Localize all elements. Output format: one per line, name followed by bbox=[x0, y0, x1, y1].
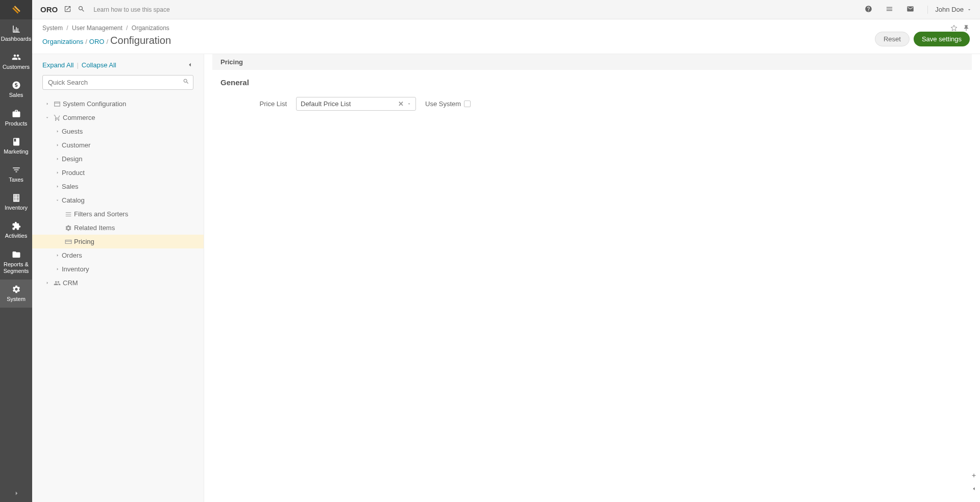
use-system-checkbox[interactable] bbox=[464, 101, 471, 107]
users-icon bbox=[54, 280, 61, 287]
tree-node-filters[interactable]: Filters and Sorters bbox=[42, 207, 193, 221]
nav-customers[interactable]: Customers bbox=[0, 47, 32, 76]
page-header: System / User Management / Organizations… bbox=[32, 19, 980, 54]
collapse-all-link[interactable]: Collapse All bbox=[82, 61, 116, 69]
crumb-system[interactable]: System bbox=[42, 24, 63, 32]
dropdown-toggle[interactable] bbox=[407, 100, 411, 108]
topbar: ORO Learn how to use this space bbox=[32, 0, 980, 19]
logo[interactable] bbox=[0, 0, 32, 19]
menu-button[interactable] bbox=[886, 5, 893, 14]
user-menu[interactable]: John Doe bbox=[935, 6, 972, 13]
external-link-icon bbox=[64, 5, 71, 13]
nav-reports[interactable]: Reports & Segments bbox=[0, 245, 32, 280]
filter-icon bbox=[12, 165, 21, 174]
help-button[interactable] bbox=[865, 5, 872, 14]
credit-card-icon bbox=[65, 238, 72, 245]
tree-node-guests[interactable]: Guests bbox=[42, 124, 193, 138]
tree-label: Commerce bbox=[63, 114, 193, 121]
tree-node-pricing[interactable]: Pricing bbox=[42, 235, 193, 248]
chevron-right-icon bbox=[55, 184, 60, 189]
nav-label: System bbox=[7, 296, 26, 303]
users-icon bbox=[12, 53, 21, 62]
tree-label: CRM bbox=[63, 279, 193, 287]
pin-icon bbox=[963, 24, 970, 32]
crumb-sep: / bbox=[85, 38, 87, 45]
tree-node-catalog[interactable]: Catalog bbox=[42, 193, 193, 207]
svg-rect-1 bbox=[12, 7, 18, 13]
crumb-sep: / bbox=[106, 38, 108, 45]
nav-marketing[interactable]: Marketing bbox=[0, 132, 32, 160]
page-title: Configuration bbox=[110, 35, 171, 46]
nav-system[interactable]: System bbox=[0, 280, 32, 308]
nav-dashboards[interactable]: Dashboards bbox=[0, 19, 32, 47]
tree-node-inventory[interactable]: Inventory bbox=[42, 262, 193, 276]
envelope-icon bbox=[906, 5, 914, 13]
nav-activities[interactable]: Activities bbox=[0, 216, 32, 244]
tree-label: Guests bbox=[62, 128, 193, 135]
nav-label: Activities bbox=[5, 233, 27, 239]
book-icon bbox=[12, 137, 21, 146]
clear-icon[interactable]: ✕ bbox=[398, 100, 404, 108]
nav-label: Sales bbox=[9, 92, 23, 98]
nav-products[interactable]: Products bbox=[0, 104, 32, 132]
dollar-icon bbox=[12, 81, 21, 90]
caret-down-icon bbox=[407, 102, 411, 106]
mail-button[interactable] bbox=[906, 5, 914, 14]
chevron-right-icon bbox=[45, 102, 50, 106]
tree-node-orders[interactable]: Orders bbox=[42, 248, 193, 262]
crumb-orgs[interactable]: Organizations bbox=[132, 24, 169, 32]
brand-name[interactable]: ORO bbox=[40, 5, 58, 14]
tree-node-system-configuration[interactable]: System Configuration bbox=[42, 97, 193, 111]
plus-icon[interactable] bbox=[971, 472, 977, 479]
reset-button[interactable]: Reset bbox=[875, 32, 910, 46]
chevron-right-icon bbox=[55, 267, 60, 271]
price-list-select[interactable]: Default Price List ✕ bbox=[296, 97, 416, 111]
building-icon bbox=[12, 193, 21, 203]
main-nav: Dashboards Customers Sales Products Mark… bbox=[0, 0, 32, 502]
chevron-right-icon bbox=[55, 170, 60, 175]
crumb-usermgmt[interactable]: User Management bbox=[72, 24, 122, 32]
price-list-value: Default Price List bbox=[301, 100, 398, 108]
tree-label: Sales bbox=[62, 183, 193, 190]
nav-inventory[interactable]: Inventory bbox=[0, 188, 32, 216]
tree-node-design[interactable]: Design bbox=[42, 152, 193, 166]
arrow-left-icon[interactable] bbox=[971, 486, 977, 492]
tree-label: Catalog bbox=[62, 196, 193, 204]
question-circle-icon bbox=[865, 5, 872, 13]
chevron-right-icon bbox=[55, 157, 60, 161]
gear-icon bbox=[12, 285, 21, 294]
crumb-sep: / bbox=[126, 24, 128, 32]
chevron-right-icon bbox=[55, 253, 60, 258]
folder-open-icon bbox=[12, 250, 21, 259]
nav-label: Marketing bbox=[4, 148, 28, 155]
help-link[interactable]: Learn how to use this space bbox=[93, 6, 169, 13]
tree-node-crm[interactable]: CRM bbox=[42, 276, 193, 290]
tree-label: Related Items bbox=[74, 224, 193, 232]
section-title: General bbox=[212, 70, 980, 97]
tree-node-commerce[interactable]: Commerce bbox=[42, 111, 193, 124]
tree-node-sales[interactable]: Sales bbox=[42, 180, 193, 193]
chevron-down-icon bbox=[55, 198, 60, 203]
tree-search-icon[interactable] bbox=[183, 78, 189, 86]
collapse-panel-button[interactable] bbox=[186, 61, 193, 70]
shortcuts-button[interactable] bbox=[64, 5, 71, 14]
use-system-label: Use System bbox=[425, 100, 461, 108]
search-button[interactable] bbox=[78, 5, 85, 14]
save-settings-button[interactable]: Save settings bbox=[914, 32, 970, 46]
nav-taxes[interactable]: Taxes bbox=[0, 160, 32, 188]
crumb-organizations[interactable]: Organizations bbox=[42, 38, 83, 45]
nav-expand-toggle[interactable] bbox=[0, 485, 32, 502]
tree-node-related-items[interactable]: Related Items bbox=[42, 221, 193, 235]
puzzle-icon bbox=[12, 221, 21, 231]
crumb-oro[interactable]: ORO bbox=[89, 38, 105, 45]
nav-sales[interactable]: Sales bbox=[0, 76, 32, 104]
cart-icon bbox=[54, 114, 61, 121]
section-bar: Pricing bbox=[212, 54, 972, 70]
tree-node-product[interactable]: Product bbox=[42, 166, 193, 180]
config-tree-panel: Expand All | Collapse All bbox=[32, 54, 204, 502]
tree-node-customer[interactable]: Customer bbox=[42, 138, 193, 152]
star-icon bbox=[950, 24, 958, 32]
nav-label: Customers bbox=[3, 64, 30, 70]
tree-search-input[interactable] bbox=[42, 75, 193, 90]
expand-all-link[interactable]: Expand All bbox=[42, 61, 74, 69]
